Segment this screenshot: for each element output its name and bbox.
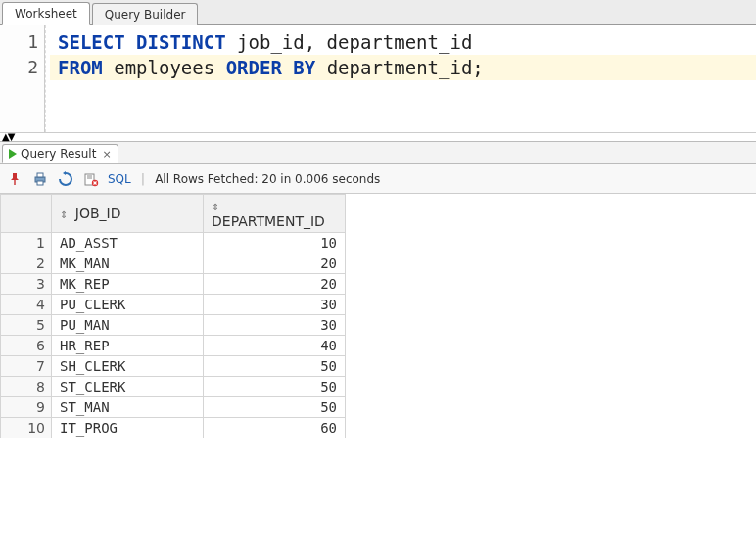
results-grid[interactable]: ⇕ JOB_ID⇕ DEPARTMENT_ID 1AD_ASST102MK_MA… xyxy=(0,194,346,438)
splitter[interactable]: ▲▼ xyxy=(0,133,756,141)
table-row[interactable]: 3MK_REP20 xyxy=(1,274,346,295)
row-number: 3 xyxy=(1,274,52,295)
cell-job_id[interactable]: MK_REP xyxy=(52,274,204,295)
cell-job_id[interactable]: SH_CLERK xyxy=(52,356,204,377)
result-tabstrip: Query Result × xyxy=(0,141,756,164)
table-row[interactable]: 9ST_MAN50 xyxy=(1,397,346,418)
sort-icon: ⇕ xyxy=(60,209,68,220)
cell-job_id[interactable]: PU_CLERK xyxy=(52,295,204,315)
svg-rect-3 xyxy=(37,181,43,185)
column-header-job_id[interactable]: ⇕ JOB_ID xyxy=(52,195,204,233)
cell-department_id[interactable]: 20 xyxy=(204,274,346,295)
tab-worksheet[interactable]: Worksheet xyxy=(2,2,90,25)
refresh-icon[interactable] xyxy=(57,170,74,188)
svg-rect-2 xyxy=(37,173,43,177)
cell-job_id[interactable]: HR_REP xyxy=(52,336,204,356)
line-number: 1 xyxy=(0,29,38,55)
table-row[interactable]: 10IT_PROG60 xyxy=(1,418,346,438)
table-row[interactable]: 4PU_CLERK30 xyxy=(1,295,346,315)
row-number: 8 xyxy=(1,377,52,397)
cell-department_id[interactable]: 20 xyxy=(204,253,346,274)
sql-editor[interactable]: 12 SELECT DISTINCT job_id, department_id… xyxy=(0,25,756,133)
line-number: 2 xyxy=(0,55,38,80)
print-icon[interactable] xyxy=(31,170,49,188)
fetch-status: All Rows Fetched: 20 in 0.006 seconds xyxy=(155,172,380,186)
table-row[interactable]: 2MK_MAN20 xyxy=(1,253,346,274)
cell-job_id[interactable]: ST_MAN xyxy=(52,397,204,418)
cell-department_id[interactable]: 30 xyxy=(204,295,346,315)
row-number: 9 xyxy=(1,397,52,418)
editor-tabstrip: Worksheet Query Builder xyxy=(0,0,756,25)
row-number: 7 xyxy=(1,356,52,377)
cell-department_id[interactable]: 40 xyxy=(204,336,346,356)
cell-department_id[interactable]: 60 xyxy=(204,418,346,438)
row-number: 5 xyxy=(1,315,52,336)
splitter-handle-icon: ▲▼ xyxy=(2,131,13,142)
delete-icon[interactable] xyxy=(82,170,100,188)
column-header-department_id[interactable]: ⇕ DEPARTMENT_ID xyxy=(204,195,346,233)
tab-query-result[interactable]: Query Result × xyxy=(2,144,118,163)
code-line[interactable]: SELECT DISTINCT job_id, department_id xyxy=(50,29,756,55)
cell-department_id[interactable]: 10 xyxy=(204,233,346,253)
sql-link[interactable]: SQL xyxy=(108,172,131,186)
cell-job_id[interactable]: MK_MAN xyxy=(52,253,204,274)
tab-query-builder[interactable]: Query Builder xyxy=(92,3,199,25)
run-icon xyxy=(9,149,17,159)
row-number: 6 xyxy=(1,336,52,356)
table-row[interactable]: 8ST_CLERK50 xyxy=(1,377,346,397)
cell-department_id[interactable]: 50 xyxy=(204,356,346,377)
row-number: 10 xyxy=(1,418,52,438)
row-number: 4 xyxy=(1,295,52,315)
row-number: 2 xyxy=(1,253,52,274)
pin-icon[interactable] xyxy=(6,170,24,188)
table-row[interactable]: 1AD_ASST10 xyxy=(1,233,346,253)
row-number: 1 xyxy=(1,233,52,253)
close-icon[interactable]: × xyxy=(102,148,111,161)
table-row[interactable]: 5PU_MAN30 xyxy=(1,315,346,336)
cell-job_id[interactable]: PU_MAN xyxy=(52,315,204,336)
result-tab-label: Query Result xyxy=(21,147,96,161)
editor-code-area[interactable]: SELECT DISTINCT job_id, department_idFRO… xyxy=(45,25,756,132)
toolbar-separator: | xyxy=(141,171,145,186)
svg-rect-0 xyxy=(14,180,15,185)
result-toolbar: SQL | All Rows Fetched: 20 in 0.006 seco… xyxy=(0,164,756,194)
cell-job_id[interactable]: AD_ASST xyxy=(52,233,204,253)
cell-job_id[interactable]: IT_PROG xyxy=(52,418,204,438)
rownum-header xyxy=(1,195,52,233)
editor-gutter: 12 xyxy=(0,25,45,132)
cell-department_id[interactable]: 30 xyxy=(204,315,346,336)
table-row[interactable]: 6HR_REP40 xyxy=(1,336,346,356)
table-row[interactable]: 7SH_CLERK50 xyxy=(1,356,346,377)
sort-icon: ⇕ xyxy=(212,202,219,212)
cell-department_id[interactable]: 50 xyxy=(204,397,346,418)
cell-department_id[interactable]: 50 xyxy=(204,377,346,397)
cell-job_id[interactable]: ST_CLERK xyxy=(52,377,204,397)
code-line[interactable]: FROM employees ORDER BY department_id; xyxy=(50,55,756,80)
